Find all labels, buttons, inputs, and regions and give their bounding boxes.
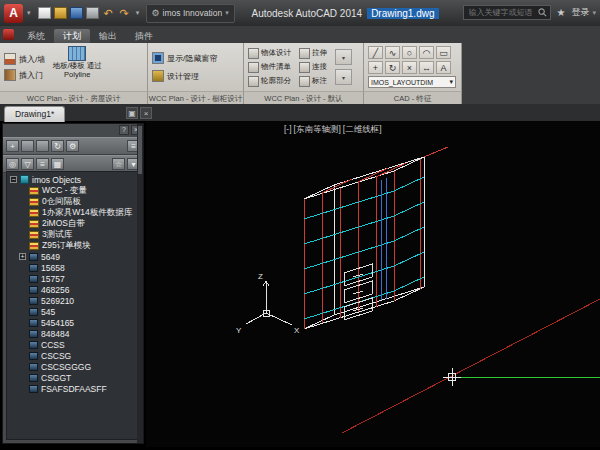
line-icon[interactable]: ╱: [368, 46, 383, 59]
element-icon: [29, 319, 38, 327]
viewport-control[interactable]: [东南等轴测]: [294, 124, 341, 136]
grid-view-icon[interactable]: ▦: [51, 158, 64, 170]
tree-item[interactable]: 3测试库: [7, 229, 139, 240]
ribbon-tab[interactable]: 计划: [54, 29, 90, 43]
filter-icon[interactable]: ▽: [21, 158, 34, 170]
panel-label[interactable]: WCC Plan - 设计 - 默认: [244, 91, 364, 105]
ribbon-button-label: 连接: [312, 62, 327, 72]
search-icon[interactable]: ◎: [6, 158, 19, 170]
tree-item[interactable]: 468256: [7, 284, 139, 295]
tree-item[interactable]: 1办家具W14板件数据库: [7, 207, 139, 218]
document-tab-drawing1[interactable]: Drawing1*: [4, 106, 65, 122]
tool-icon: [299, 76, 310, 87]
favorites-icon[interactable]: ★: [557, 7, 566, 18]
tree-root[interactable]: − imos Objects: [7, 174, 139, 185]
palette-scrollbar[interactable]: [137, 124, 143, 443]
open-folder-icon[interactable]: [21, 140, 34, 152]
ucs-x-label: X: [294, 326, 300, 335]
polyline-icon[interactable]: ∿: [385, 46, 400, 59]
ribbon-button[interactable]: 物体设计: [248, 48, 291, 59]
dimension-icon[interactable]: ↔: [419, 61, 434, 74]
show-hide-button[interactable]: 显示/隐藏窗帘: [152, 52, 239, 64]
tree-item[interactable]: CSCSGGGG: [7, 361, 139, 372]
dimstyle-combobox[interactable]: IMOS_LAYOUTDIM ▾: [368, 76, 456, 88]
tree-item[interactable]: 15658: [7, 262, 139, 273]
panel-label[interactable]: WCC Plan - 设计 - 橱柜设计: [148, 91, 244, 105]
redo-icon[interactable]: ↷: [118, 7, 131, 19]
help-search-box[interactable]: [463, 5, 551, 20]
workspace-switcher[interactable]: ⚙ imos Innovation ▾: [146, 4, 235, 23]
tree-item[interactable]: Z95订单模块: [7, 240, 139, 251]
ribbon-button[interactable]: 连接: [299, 62, 327, 73]
tree-item[interactable]: FSAFSDFAASFF: [7, 383, 139, 394]
erase-icon[interactable]: ×: [402, 61, 417, 74]
panel-label[interactable]: WCC Plan - 设计 - 房屋设计: [0, 91, 148, 105]
drawing-scene[interactable]: Z X Y: [146, 121, 600, 447]
new-file-icon[interactable]: [38, 7, 51, 19]
open-file-icon[interactable]: [54, 7, 67, 19]
tree-item[interactable]: WCC - 变量: [7, 185, 139, 196]
search-icon[interactable]: [538, 8, 547, 17]
viewport-control[interactable]: [-]: [284, 124, 292, 136]
undo-icon[interactable]: ↶: [102, 7, 115, 19]
rotate-icon[interactable]: ↻: [385, 61, 400, 74]
sort-icon[interactable]: ≡: [36, 158, 49, 170]
floor-polyline-label: 地板/楼板 通过 Polyline: [50, 62, 104, 79]
ribbon-tab[interactable]: 系统: [18, 29, 54, 43]
ribbon-button[interactable]: 拉伸: [299, 48, 327, 59]
tree-item[interactable]: CSGGT: [7, 372, 139, 383]
folder-icon: [29, 242, 39, 250]
insert-wall-button[interactable]: 插入/墙: [4, 53, 45, 65]
palette-help-icon[interactable]: ?: [119, 125, 129, 135]
tree-item[interactable]: CSCSG: [7, 350, 139, 361]
insert-flyout-icon[interactable]: ▾: [335, 49, 352, 65]
autocad-app-button[interactable]: A: [4, 4, 23, 23]
floor-polyline-button[interactable]: 地板/楼板 通过 Polyline: [50, 46, 104, 88]
design-manager-button[interactable]: 设计管理: [152, 70, 239, 82]
tree-item[interactable]: 5269210: [7, 295, 139, 306]
chevron-down-icon: ▾: [592, 9, 596, 17]
tree-item[interactable]: 0仓间隔板: [7, 196, 139, 207]
tree-item[interactable]: 5454165: [7, 317, 139, 328]
ribbon-tab[interactable]: 输出: [90, 29, 126, 43]
expand-icon: [19, 286, 26, 293]
qat-dropdown-icon[interactable]: ▾: [134, 7, 142, 19]
scrollbar-thumb[interactable]: [138, 126, 142, 174]
ribbon-button[interactable]: 标注: [299, 76, 327, 87]
favorites-icon[interactable]: ☆: [112, 158, 125, 170]
expand-icon: [19, 209, 26, 216]
plot-icon[interactable]: [86, 7, 99, 19]
tree-item[interactable]: 2iMOS自带: [7, 218, 139, 229]
tree-item[interactable]: 15757: [7, 273, 139, 284]
search-input[interactable]: [467, 7, 536, 18]
refresh-icon[interactable]: ↻: [51, 140, 64, 152]
tree-item[interactable]: CCSS: [7, 339, 139, 350]
settings-icon[interactable]: ⚙: [66, 140, 79, 152]
modify-flyout-icon[interactable]: ▾: [335, 69, 352, 85]
insert-door-button[interactable]: 插入门: [4, 69, 45, 81]
tree-item[interactable]: +5649: [7, 251, 139, 262]
model-space-canvas[interactable]: [-][东南等轴测][二维线框]: [146, 121, 600, 447]
ribbon-button[interactable]: 物件清单: [248, 62, 291, 73]
new-item-icon[interactable]: +: [6, 140, 19, 152]
ribbon-tab[interactable]: 插件: [126, 29, 162, 43]
expand-icon[interactable]: +: [19, 253, 26, 260]
save-icon[interactable]: [36, 140, 49, 152]
app-menu-arrow-icon[interactable]: ▾: [27, 9, 31, 17]
tree-item[interactable]: 848484: [7, 328, 139, 339]
sign-in-button[interactable]: 登录 ▾: [571, 6, 596, 19]
panel-label[interactable]: CAD - 特征: [364, 91, 462, 105]
close-icon[interactable]: ×: [140, 107, 152, 119]
arc-icon[interactable]: ◠: [419, 46, 434, 59]
circle-icon[interactable]: ○: [402, 46, 417, 59]
save-file-icon[interactable]: [70, 7, 83, 19]
text-icon[interactable]: A: [436, 61, 451, 74]
collapse-icon[interactable]: −: [10, 176, 17, 183]
ribbon-button[interactable]: 轮廓部分: [248, 76, 291, 87]
move-icon[interactable]: +: [368, 61, 383, 74]
tree-item[interactable]: 545: [7, 306, 139, 317]
restore-icon[interactable]: ▣: [126, 107, 138, 119]
viewport-control[interactable]: [二维线框]: [343, 124, 382, 136]
rectangle-icon[interactable]: ▭: [436, 46, 451, 59]
expand-icon: [19, 374, 26, 381]
